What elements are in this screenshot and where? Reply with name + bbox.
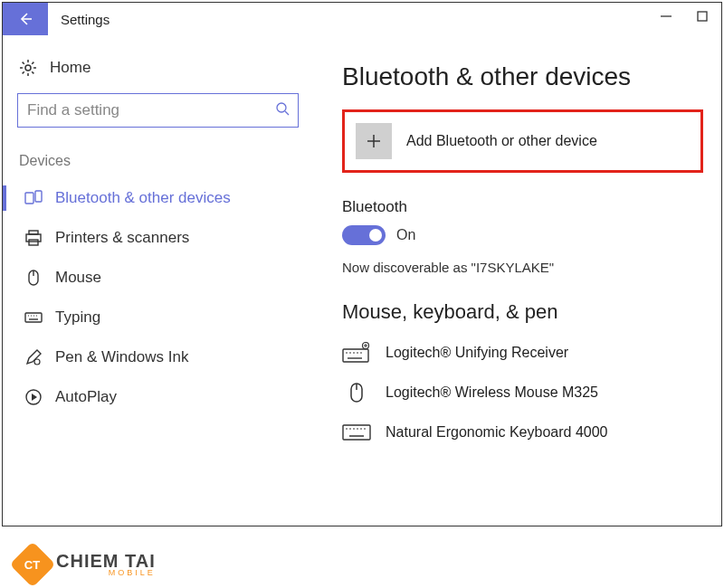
device-label: Natural Ergonomic Keyboard 4000 — [386, 424, 607, 441]
svg-rect-34 — [343, 425, 370, 440]
nav-printers[interactable]: Printers & scanners — [17, 218, 299, 258]
svg-rect-7 — [35, 191, 42, 202]
devices-heading: Mouse, keyboard, & pen — [342, 300, 703, 324]
add-device-button[interactable]: Add Bluetooth or other device — [342, 109, 703, 173]
device-label: Logitech® Wireless Mouse M325 — [386, 384, 598, 401]
pen-icon — [24, 348, 43, 366]
toggle-knob — [369, 229, 382, 242]
discoverable-text: Now discoverable as "I7SKYLAKE" — [342, 260, 703, 275]
sidebar: Home Devices Bluetooth & other devices — [3, 35, 315, 526]
device-row[interactable]: Natural Ergonomic Keyboard 4000 — [342, 413, 703, 452]
svg-rect-13 — [25, 313, 42, 322]
settings-window: Settings Home Devices — [2, 2, 722, 526]
devices-icon — [24, 189, 43, 207]
mouse-icon — [24, 269, 43, 287]
nav-mouse[interactable]: Mouse — [17, 258, 299, 298]
bluetooth-state: On — [396, 227, 415, 243]
svg-point-19 — [34, 359, 40, 365]
nav-pen[interactable]: Pen & Windows Ink — [17, 337, 299, 377]
add-device-label: Add Bluetooth or other device — [406, 133, 597, 149]
watermark-logo: CT CHIEM TAI MOBILE — [16, 548, 156, 581]
svg-rect-6 — [25, 193, 33, 204]
device-row[interactable]: Logitech® Wireless Mouse M325 — [342, 373, 703, 413]
minimize-button[interactable] — [660, 10, 672, 23]
plus-icon — [356, 123, 392, 159]
mouse-icon — [342, 382, 371, 403]
nav-autoplay[interactable]: AutoPlay — [17, 377, 299, 417]
back-button[interactable] — [3, 3, 48, 35]
page-heading: Bluetooth & other devices — [342, 62, 703, 91]
titlebar: Settings — [3, 3, 721, 35]
nav-typing[interactable]: Typing — [17, 298, 299, 337]
keyboard-usb-icon — [342, 342, 371, 364]
search-wrap — [17, 93, 299, 128]
logo-badge: CT — [10, 542, 56, 588]
svg-marker-21 — [32, 394, 37, 401]
nav-item-label: Pen & Windows Ink — [55, 348, 188, 366]
nav-bluetooth[interactable]: Bluetooth & other devices — [17, 178, 299, 218]
nav-item-label: AutoPlay — [55, 388, 117, 406]
window-controls — [647, 3, 721, 30]
nav-item-label: Mouse — [55, 269, 101, 287]
nav-item-label: Bluetooth & other devices — [55, 189, 231, 207]
svg-point-3 — [25, 65, 31, 71]
device-row[interactable]: Logitech® Unifying Receiver — [342, 333, 703, 373]
logo-badge-text: CT — [24, 558, 40, 572]
nav-item-label: Printers & scanners — [55, 229, 189, 247]
gear-icon — [19, 59, 37, 77]
svg-rect-2 — [698, 12, 707, 21]
search-icon — [275, 101, 290, 116]
device-label: Logitech® Unifying Receiver — [386, 345, 568, 361]
svg-line-5 — [285, 111, 289, 115]
printer-icon — [24, 229, 43, 247]
svg-rect-10 — [29, 240, 38, 245]
bluetooth-toggle[interactable] — [342, 225, 386, 245]
bluetooth-label: Bluetooth — [342, 198, 703, 216]
svg-rect-24 — [343, 349, 368, 362]
home-label: Home — [50, 59, 90, 77]
maximize-button[interactable] — [696, 10, 709, 23]
bluetooth-toggle-row: On — [342, 225, 703, 245]
nav-item-label: Typing — [55, 308, 100, 327]
window-title: Settings — [61, 12, 110, 27]
search-input[interactable] — [17, 93, 299, 128]
autoplay-icon — [24, 388, 43, 406]
keyboard-icon — [24, 308, 43, 327]
content: Home Devices Bluetooth & other devices — [3, 35, 721, 526]
home-button[interactable]: Home — [17, 52, 299, 93]
svg-point-4 — [277, 103, 286, 112]
logo-text: CHIEM TAI MOBILE — [56, 553, 156, 576]
main-panel: Bluetooth & other devices Add Bluetooth … — [315, 35, 721, 526]
keyboard-icon — [342, 422, 371, 443]
section-label: Devices — [17, 153, 299, 169]
